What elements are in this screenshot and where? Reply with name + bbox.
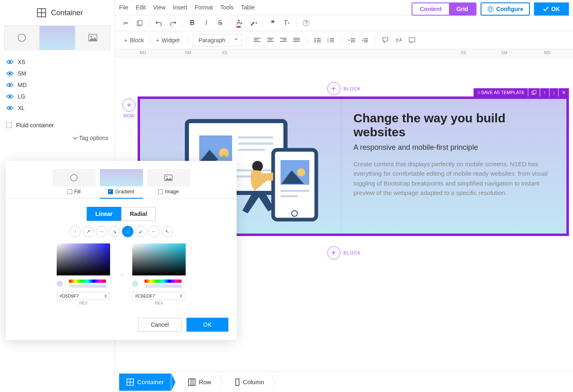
dir-down[interactable]: ↓ — [122, 226, 133, 237]
duplicate-button[interactable] — [528, 88, 540, 96]
menu-table[interactable]: Table — [241, 4, 255, 11]
hex-input-start[interactable]: #D5D9F7▲▼ — [57, 292, 110, 300]
breakpoint-sm[interactable]: SM — [6, 68, 108, 79]
save-template-label: SAVE AS TEMPLATE — [481, 90, 525, 95]
bc-label: Container — [137, 378, 164, 385]
highlight-button[interactable]: ▾ — [247, 16, 260, 30]
add-block-bottom[interactable]: + BLOCK — [327, 246, 361, 259]
eye-icon — [6, 105, 14, 110]
tag-options-toggle[interactable]: Tag options — [0, 131, 115, 145]
undo-icon — [156, 20, 162, 26]
dir-left[interactable]: ← — [148, 226, 160, 237]
move-down-button[interactable]: ↓ — [550, 88, 559, 96]
dialog-tab-gradient[interactable]: Gradient — [100, 169, 143, 199]
breadcrumb-column[interactable]: Column — [228, 374, 272, 391]
menu-tools[interactable]: Tools — [220, 4, 234, 11]
dialog-ok-button[interactable]: OK — [186, 318, 228, 332]
bold-button[interactable]: B — [186, 16, 199, 30]
indent-button[interactable] — [359, 34, 371, 46]
align-left-button[interactable] — [251, 34, 263, 46]
bullet-list-button[interactable] — [311, 34, 324, 46]
text-color-button[interactable]: A ▾ — [233, 16, 246, 30]
breakpoint-lg[interactable]: LG — [6, 91, 108, 102]
radial-button[interactable]: Radial — [121, 207, 156, 221]
alpha-slider[interactable] — [69, 284, 106, 288]
dir-sw[interactable]: ↙ — [135, 226, 147, 237]
ok-button[interactable]: OK — [534, 2, 569, 16]
image-label: Image — [165, 189, 179, 195]
color-picker-end: #C6EDF7▲▼ HEX — [132, 243, 186, 305]
configure-button[interactable]: Configure — [481, 2, 530, 16]
bg-tab-image[interactable] — [75, 25, 110, 50]
outdent-button[interactable] — [345, 34, 358, 46]
save-template-button[interactable]: ☆ SAVE AS TEMPLATE — [474, 88, 528, 96]
comment-button[interactable] — [380, 34, 392, 46]
svg-rect-44 — [409, 38, 415, 42]
translate-button[interactable]: 文A — [393, 34, 405, 46]
dialog-tab-image[interactable]: Image — [147, 169, 190, 199]
dir-nw[interactable]: ↖ — [161, 226, 173, 237]
hue-slider[interactable] — [145, 280, 182, 283]
move-up-button[interactable]: ↑ — [540, 88, 549, 96]
color-pickers: #D5D9F7▲▼ HEX → #C6EDF7▲▼ HEX — [6, 243, 237, 305]
add-block-label: Block — [130, 37, 144, 44]
bg-tab-gradient[interactable] — [39, 25, 75, 50]
add-block-top[interactable]: + BLOCK — [327, 82, 361, 95]
paragraph-dropdown[interactable]: Paragraph — [193, 34, 242, 46]
breadcrumb-row[interactable]: Row — [181, 374, 219, 391]
breakpoint-xs[interactable]: XS — [6, 56, 108, 68]
hex-input-end[interactable]: #C6EDF7▲▼ — [132, 292, 186, 300]
dialog-buttons: Cancel OK — [6, 305, 237, 332]
hue-slider[interactable] — [69, 280, 106, 283]
delete-block-button[interactable]: ✕ — [559, 88, 569, 96]
content-tab[interactable]: Content — [412, 3, 449, 15]
align-right-button[interactable] — [277, 34, 290, 46]
dir-up[interactable]: ↑ — [69, 226, 81, 237]
add-block-button[interactable]: +Block — [119, 34, 149, 46]
alpha-slider[interactable] — [145, 284, 182, 288]
linear-button[interactable]: Linear — [87, 207, 121, 221]
align-justify-button[interactable] — [290, 34, 303, 46]
redo-button[interactable] — [166, 16, 179, 30]
add-row[interactable]: + ROW — [122, 99, 136, 118]
breakpoint-xl[interactable]: XL — [6, 102, 108, 114]
checkbox-icon — [67, 189, 72, 194]
check-icon — [543, 7, 549, 11]
saturation-area[interactable] — [57, 243, 110, 275]
menu-edit[interactable]: Edit — [136, 4, 146, 11]
cancel-button[interactable]: Cancel — [138, 318, 182, 332]
chat-button[interactable] — [406, 34, 418, 46]
copy-button[interactable] — [133, 16, 146, 30]
add-widget-button[interactable]: +Widget — [151, 34, 184, 46]
align-center-button[interactable] — [264, 34, 276, 46]
breakpoint-ruler: MD SM XS XS SM MD — [115, 49, 573, 57]
cut-button[interactable]: ✂ — [119, 16, 132, 30]
dir-right[interactable]: → — [96, 226, 107, 237]
ruler-sm: SM — [501, 50, 507, 55]
clear-format-button[interactable]: T× — [280, 16, 293, 30]
dialog-tab-fill[interactable]: Fill — [53, 169, 96, 199]
menu-view[interactable]: View — [153, 4, 166, 11]
breadcrumb-container[interactable]: Container — [119, 374, 171, 391]
column-icon — [235, 378, 239, 386]
image-icon — [88, 34, 97, 41]
bg-tab-fill[interactable] — [4, 25, 39, 50]
number-list-button[interactable]: 123 — [324, 34, 337, 46]
quote-button[interactable]: ❞ — [266, 16, 279, 30]
saturation-area[interactable] — [132, 243, 186, 275]
dir-se[interactable]: ↘ — [109, 226, 120, 237]
strike-button[interactable]: S — [214, 16, 227, 30]
italic-button[interactable]: I — [200, 16, 213, 30]
breakpoint-md[interactable]: MD — [6, 79, 108, 91]
menu-file[interactable]: File — [119, 4, 129, 11]
bp-label: SM — [18, 70, 26, 77]
svg-rect-46 — [533, 90, 536, 94]
help-button[interactable]: ? — [299, 16, 313, 30]
menu-insert[interactable]: Insert — [173, 4, 187, 11]
fluid-container-checkbox[interactable]: Fluid container — [0, 116, 115, 131]
undo-button[interactable] — [152, 16, 166, 30]
grid-tab[interactable]: Grid — [449, 3, 476, 15]
dir-ne[interactable]: ↗ — [83, 226, 94, 237]
eye-icon — [6, 94, 14, 99]
menu-format[interactable]: Format — [195, 4, 213, 11]
